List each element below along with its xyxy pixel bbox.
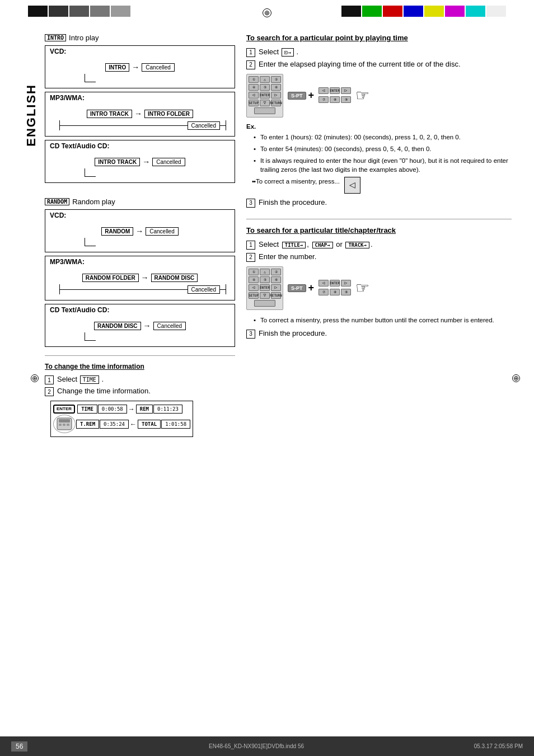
title-cursor-icon: ☞	[355, 279, 369, 297]
search-time-title: To search for a particular point by play…	[246, 34, 512, 43]
search-step-1-num: 1	[246, 48, 255, 57]
time-row-2: T.REM 0:35:24 ← TOTAL 1:01:58	[53, 415, 190, 433]
time-val-total: TOTAL	[138, 420, 161, 429]
random-section-label: RANDOM Random play	[45, 198, 235, 206]
strip-r3	[383, 6, 402, 17]
strip-1	[28, 6, 48, 17]
strip-r5	[424, 6, 444, 17]
time-step-1-text: Select TIME .	[57, 375, 104, 384]
time-diagram-box: ENTER TIME 0:00:58 → REM 0:11:23	[50, 401, 193, 437]
t-btn-5: ⑤	[260, 276, 270, 283]
t-btn-wide	[254, 300, 275, 307]
svg-rect-1	[59, 419, 70, 422]
t-btn-fwd: ▷	[271, 284, 281, 291]
strip-2	[49, 6, 68, 17]
title-bullets: To correct a misentry, press the number …	[252, 316, 512, 325]
random-cd-title: CD Text/Audio CD:	[45, 304, 235, 316]
intro-mp3-cancelled: Cancelled	[188, 121, 220, 130]
time-info-section: To change the time information 1 Select …	[45, 355, 235, 437]
intro-vcd-arrow: →	[132, 63, 139, 72]
title-step-2-text: Enter the number.	[259, 252, 316, 261]
intro-cd-from: INTRO TRACK	[95, 158, 140, 166]
time-val-rem-val: 0:11:23	[153, 405, 182, 414]
time-val-trem: T.REM	[76, 420, 99, 429]
sidebar-label: ENGLISH	[22, 78, 40, 152]
t-btn-enter: ENTER	[260, 284, 270, 291]
btn-wide	[254, 107, 275, 114]
title-step-3-num: 3	[246, 330, 255, 339]
random-cd-arrow: →	[143, 321, 151, 330]
shift-btn: S-PT	[288, 92, 306, 100]
r-btn-7: ⑦	[318, 96, 329, 103]
remote-circle	[53, 415, 76, 433]
bullet-2: To enter 54 (minutes): 00 (seconds), pre…	[252, 144, 512, 153]
random-badge: RANDOM	[45, 198, 69, 205]
btn-return: RETURN	[271, 100, 281, 106]
intro-mp3-to: INTRO FOLDER	[144, 110, 193, 118]
title-step-1: 1 Select TITLE→, CHAP→ or TRACK→.	[246, 240, 512, 250]
title-btn: TITLE→	[282, 242, 306, 248]
random-cd-to: Cancelled	[153, 322, 186, 330]
time-step-2-text: Change the time information.	[57, 387, 151, 395]
title-step-3-text: Finish the procedure.	[259, 329, 327, 337]
random-cd-box: CD Text/Audio CD: RANDOM DISC → Cancelle…	[45, 304, 235, 347]
random-mp3-cancelled: Cancelled	[188, 285, 220, 294]
title-remote-diagram: ① △ ② ④ ⑤ ⑥ ◁ ENTER ▷ SETU	[246, 266, 512, 310]
time-val-rem: REM	[136, 405, 153, 414]
btn-setup: SETUP	[249, 100, 259, 106]
random-cd-content: RANDOM DISC → Cancelled	[45, 316, 235, 346]
search-step-2-num: 2	[246, 60, 255, 69]
tr-btn-7: ⑦	[318, 289, 329, 295]
remote-control-diagram: ① △ ② ④ ⑤ ⑥ ◁ ENTER ▷ SETU	[246, 74, 283, 118]
title-remote-left: ① △ ② ④ ⑤ ⑥ ◁ ENTER ▷ SETU	[246, 266, 283, 310]
time-val-total-val: 1:01:58	[161, 420, 190, 429]
bullet-3: It is always required to enter the hour …	[252, 156, 512, 174]
btn-fwd: ▷	[271, 92, 281, 98]
r-btn-9: ⑨	[341, 96, 351, 103]
strip-4	[90, 6, 110, 17]
t-btn-down: ▽	[260, 292, 270, 299]
time-arrow-left: ←	[130, 420, 137, 428]
btn-down: ▽	[260, 100, 270, 106]
t-btn-return: RETURN	[271, 292, 281, 299]
tr-btn-fwd: ▷	[341, 280, 351, 287]
search-step-1: 1 Select ⊡→ .	[246, 48, 512, 57]
title-plus-symbol: S-PT +	[288, 282, 314, 294]
random-vcd-title: VCD:	[45, 210, 235, 221]
search-step-3-num: 3	[246, 199, 255, 208]
time-step-2: 2 Change the time information.	[45, 387, 235, 396]
ex-label: Ex.	[246, 123, 512, 130]
strip-3	[69, 6, 89, 17]
intro-section-label: INTRO Intro play	[45, 34, 235, 42]
time-row-1: ENTER TIME 0:00:58 → REM 0:11:23	[53, 405, 190, 414]
intro-vcd-content: INTRO → Cancelled	[45, 57, 235, 88]
r-btn-enter: ENTER	[330, 87, 340, 94]
time-val-elapsed: 0:00:58	[98, 405, 127, 414]
top-decorative: ⊕	[0, 6, 534, 17]
divider	[45, 355, 235, 356]
intro-vcd-from: INTRO	[105, 63, 129, 72]
time-val-time: TIME	[77, 405, 97, 414]
color-strips-right	[341, 6, 506, 17]
search-step-2-text: Enter the elapsed playing time of the cu…	[259, 60, 461, 68]
tr-btn-enter: ENTER	[330, 280, 340, 287]
r-btn-8: ⑧	[330, 96, 340, 103]
correction-btn: ◁	[344, 177, 360, 194]
time-btn: TIME	[80, 375, 99, 384]
btn-back: ◁	[249, 92, 259, 98]
intro-mp3-content: INTRO TRACK → INTRO FOLDER Cancelled	[45, 104, 235, 136]
strip-r1	[341, 6, 361, 17]
t-btn-setup: SETUP	[249, 292, 259, 299]
strip-r2	[362, 6, 382, 17]
random-mp3-to: RANDOM DISC	[151, 274, 198, 282]
svg-rect-2	[59, 424, 62, 426]
intro-mp3-title: MP3/WMA:	[45, 92, 235, 104]
left-column: INTRO Intro play VCD: INTRO → Cancelled …	[45, 34, 235, 728]
random-mp3-title: MP3/WMA:	[45, 256, 235, 267]
random-vcd-box: VCD: RANDOM → Cancelled	[45, 209, 235, 252]
track-btn: TRACK→	[345, 242, 369, 248]
random-mp3-arrow: →	[141, 273, 149, 282]
intro-mp3-arrow: →	[134, 109, 142, 118]
title-step-2-num: 2	[246, 253, 255, 262]
time-info-title: To change the time information	[45, 363, 235, 370]
